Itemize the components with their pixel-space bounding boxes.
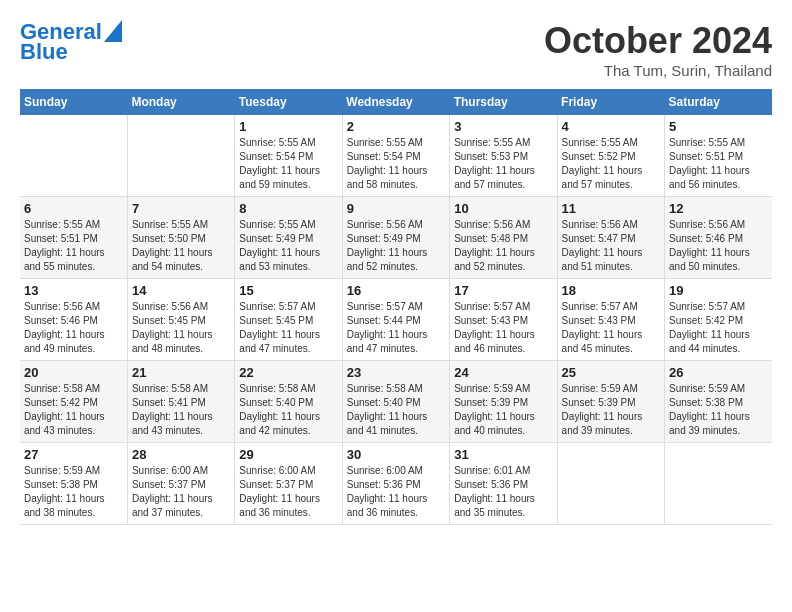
day-number: 14: [132, 283, 230, 298]
day-info: Sunrise: 5:55 AM Sunset: 5:53 PM Dayligh…: [454, 136, 552, 192]
day-info: Sunrise: 5:59 AM Sunset: 5:39 PM Dayligh…: [562, 382, 660, 438]
day-cell: 23Sunrise: 5:58 AM Sunset: 5:40 PM Dayli…: [342, 361, 449, 443]
day-cell: 12Sunrise: 5:56 AM Sunset: 5:46 PM Dayli…: [665, 197, 772, 279]
day-info: Sunrise: 6:00 AM Sunset: 5:36 PM Dayligh…: [347, 464, 445, 520]
day-number: 31: [454, 447, 552, 462]
day-cell: 22Sunrise: 5:58 AM Sunset: 5:40 PM Dayli…: [235, 361, 342, 443]
day-cell: 24Sunrise: 5:59 AM Sunset: 5:39 PM Dayli…: [450, 361, 557, 443]
day-number: 21: [132, 365, 230, 380]
day-info: Sunrise: 5:57 AM Sunset: 5:45 PM Dayligh…: [239, 300, 337, 356]
day-cell: 30Sunrise: 6:00 AM Sunset: 5:36 PM Dayli…: [342, 443, 449, 525]
logo: General Blue: [20, 20, 122, 64]
day-cell: 2Sunrise: 5:55 AM Sunset: 5:54 PM Daylig…: [342, 115, 449, 197]
day-cell: [557, 443, 664, 525]
day-number: 27: [24, 447, 123, 462]
day-number: 11: [562, 201, 660, 216]
day-info: Sunrise: 5:59 AM Sunset: 5:38 PM Dayligh…: [669, 382, 768, 438]
day-info: Sunrise: 5:59 AM Sunset: 5:38 PM Dayligh…: [24, 464, 123, 520]
day-info: Sunrise: 5:57 AM Sunset: 5:43 PM Dayligh…: [562, 300, 660, 356]
svg-marker-0: [104, 20, 122, 42]
day-number: 22: [239, 365, 337, 380]
day-number: 6: [24, 201, 123, 216]
week-row-3: 13Sunrise: 5:56 AM Sunset: 5:46 PM Dayli…: [20, 279, 772, 361]
day-cell: 13Sunrise: 5:56 AM Sunset: 5:46 PM Dayli…: [20, 279, 127, 361]
day-cell: 8Sunrise: 5:55 AM Sunset: 5:49 PM Daylig…: [235, 197, 342, 279]
day-info: Sunrise: 6:00 AM Sunset: 5:37 PM Dayligh…: [239, 464, 337, 520]
day-info: Sunrise: 5:55 AM Sunset: 5:52 PM Dayligh…: [562, 136, 660, 192]
day-cell: [127, 115, 234, 197]
day-cell: 11Sunrise: 5:56 AM Sunset: 5:47 PM Dayli…: [557, 197, 664, 279]
day-number: 4: [562, 119, 660, 134]
day-info: Sunrise: 5:59 AM Sunset: 5:39 PM Dayligh…: [454, 382, 552, 438]
day-cell: 1Sunrise: 5:55 AM Sunset: 5:54 PM Daylig…: [235, 115, 342, 197]
day-number: 15: [239, 283, 337, 298]
page-header: General Blue October 2024 Tha Tum, Surin…: [20, 20, 772, 79]
day-info: Sunrise: 5:56 AM Sunset: 5:47 PM Dayligh…: [562, 218, 660, 274]
day-cell: 4Sunrise: 5:55 AM Sunset: 5:52 PM Daylig…: [557, 115, 664, 197]
day-number: 28: [132, 447, 230, 462]
day-number: 24: [454, 365, 552, 380]
calendar-table: SundayMondayTuesdayWednesdayThursdayFrid…: [20, 89, 772, 525]
day-number: 19: [669, 283, 768, 298]
logo-blue-text: Blue: [20, 40, 68, 64]
day-info: Sunrise: 5:57 AM Sunset: 5:43 PM Dayligh…: [454, 300, 552, 356]
day-info: Sunrise: 5:58 AM Sunset: 5:40 PM Dayligh…: [239, 382, 337, 438]
day-cell: 14Sunrise: 5:56 AM Sunset: 5:45 PM Dayli…: [127, 279, 234, 361]
day-info: Sunrise: 5:55 AM Sunset: 5:50 PM Dayligh…: [132, 218, 230, 274]
day-cell: 25Sunrise: 5:59 AM Sunset: 5:39 PM Dayli…: [557, 361, 664, 443]
day-number: 23: [347, 365, 445, 380]
day-cell: 31Sunrise: 6:01 AM Sunset: 5:36 PM Dayli…: [450, 443, 557, 525]
header-sunday: Sunday: [20, 89, 127, 115]
day-info: Sunrise: 5:56 AM Sunset: 5:46 PM Dayligh…: [669, 218, 768, 274]
day-cell: 3Sunrise: 5:55 AM Sunset: 5:53 PM Daylig…: [450, 115, 557, 197]
day-info: Sunrise: 6:00 AM Sunset: 5:37 PM Dayligh…: [132, 464, 230, 520]
month-title: October 2024: [544, 20, 772, 62]
day-info: Sunrise: 5:58 AM Sunset: 5:41 PM Dayligh…: [132, 382, 230, 438]
day-cell: 16Sunrise: 5:57 AM Sunset: 5:44 PM Dayli…: [342, 279, 449, 361]
logo-icon: [104, 20, 122, 42]
day-number: 16: [347, 283, 445, 298]
day-cell: 5Sunrise: 5:55 AM Sunset: 5:51 PM Daylig…: [665, 115, 772, 197]
day-cell: 17Sunrise: 5:57 AM Sunset: 5:43 PM Dayli…: [450, 279, 557, 361]
calendar-header-row: SundayMondayTuesdayWednesdayThursdayFrid…: [20, 89, 772, 115]
day-cell: [665, 443, 772, 525]
day-info: Sunrise: 5:55 AM Sunset: 5:51 PM Dayligh…: [669, 136, 768, 192]
day-cell: 19Sunrise: 5:57 AM Sunset: 5:42 PM Dayli…: [665, 279, 772, 361]
day-cell: 29Sunrise: 6:00 AM Sunset: 5:37 PM Dayli…: [235, 443, 342, 525]
day-info: Sunrise: 5:58 AM Sunset: 5:40 PM Dayligh…: [347, 382, 445, 438]
header-monday: Monday: [127, 89, 234, 115]
day-info: Sunrise: 5:56 AM Sunset: 5:49 PM Dayligh…: [347, 218, 445, 274]
day-number: 30: [347, 447, 445, 462]
day-number: 10: [454, 201, 552, 216]
day-info: Sunrise: 5:56 AM Sunset: 5:46 PM Dayligh…: [24, 300, 123, 356]
day-number: 26: [669, 365, 768, 380]
header-saturday: Saturday: [665, 89, 772, 115]
day-cell: 28Sunrise: 6:00 AM Sunset: 5:37 PM Dayli…: [127, 443, 234, 525]
day-number: 9: [347, 201, 445, 216]
day-cell: 20Sunrise: 5:58 AM Sunset: 5:42 PM Dayli…: [20, 361, 127, 443]
day-cell: 15Sunrise: 5:57 AM Sunset: 5:45 PM Dayli…: [235, 279, 342, 361]
day-cell: 7Sunrise: 5:55 AM Sunset: 5:50 PM Daylig…: [127, 197, 234, 279]
day-cell: 27Sunrise: 5:59 AM Sunset: 5:38 PM Dayli…: [20, 443, 127, 525]
day-number: 25: [562, 365, 660, 380]
day-cell: 10Sunrise: 5:56 AM Sunset: 5:48 PM Dayli…: [450, 197, 557, 279]
day-number: 7: [132, 201, 230, 216]
week-row-1: 1Sunrise: 5:55 AM Sunset: 5:54 PM Daylig…: [20, 115, 772, 197]
day-number: 2: [347, 119, 445, 134]
week-row-4: 20Sunrise: 5:58 AM Sunset: 5:42 PM Dayli…: [20, 361, 772, 443]
day-number: 8: [239, 201, 337, 216]
location-subtitle: Tha Tum, Surin, Thailand: [544, 62, 772, 79]
day-info: Sunrise: 5:56 AM Sunset: 5:48 PM Dayligh…: [454, 218, 552, 274]
day-cell: 6Sunrise: 5:55 AM Sunset: 5:51 PM Daylig…: [20, 197, 127, 279]
day-number: 3: [454, 119, 552, 134]
header-friday: Friday: [557, 89, 664, 115]
day-info: Sunrise: 5:56 AM Sunset: 5:45 PM Dayligh…: [132, 300, 230, 356]
day-cell: [20, 115, 127, 197]
day-cell: 26Sunrise: 5:59 AM Sunset: 5:38 PM Dayli…: [665, 361, 772, 443]
day-number: 18: [562, 283, 660, 298]
day-cell: 18Sunrise: 5:57 AM Sunset: 5:43 PM Dayli…: [557, 279, 664, 361]
day-info: Sunrise: 5:55 AM Sunset: 5:54 PM Dayligh…: [239, 136, 337, 192]
day-cell: 21Sunrise: 5:58 AM Sunset: 5:41 PM Dayli…: [127, 361, 234, 443]
day-number: 1: [239, 119, 337, 134]
header-wednesday: Wednesday: [342, 89, 449, 115]
